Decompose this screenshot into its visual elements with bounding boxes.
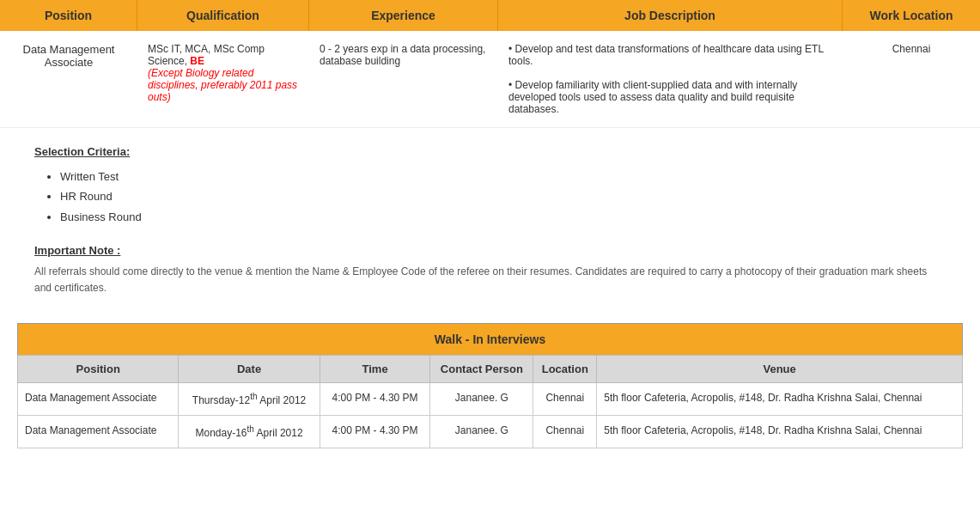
row-qualification: MSc IT, MCA, MSc Comp Science, BE (Excep… — [137, 38, 309, 108]
important-note-title: Important Note : — [34, 244, 946, 257]
qual-highlight: BE — [190, 55, 204, 67]
important-note-section: Important Note : All referrals should co… — [0, 235, 980, 305]
table-row: Data Management Associate MSc IT, MCA, M… — [0, 31, 980, 128]
walkin-section: Walk - In Interviews Position Date Time … — [0, 306, 980, 466]
row-experience: 0 - 2 years exp in a data processing, da… — [309, 38, 498, 72]
walkin-col-venue: Venue — [597, 355, 963, 382]
header-qualification: Qualification — [137, 0, 309, 31]
walkin-row-1: Data Management Associate Thursday-12th … — [18, 382, 963, 415]
walkin-row2-position: Data Management Associate — [18, 415, 179, 448]
qual-normal: MSc IT, MCA, MSc Comp Science, — [148, 43, 265, 67]
row-position: Data Management Associate — [0, 38, 137, 74]
walkin-column-row: Position Date Time Contact Person Locati… — [18, 355, 963, 382]
walkin-row1-location: Chennai — [533, 382, 597, 415]
selection-criteria-title: Selection Criteria: — [34, 145, 946, 158]
job-desc-line1: • Develop and test data transformations … — [508, 43, 824, 67]
walkin-row1-date: Thursday-12th April 2012 — [179, 382, 320, 415]
selection-criteria-list: Written Test HR Round Business Round — [60, 167, 946, 227]
walkin-row2-venue: 5th floor Cafeteria, Acropolis, #148, Dr… — [597, 415, 963, 448]
important-note-text: All referrals should come directly to th… — [34, 264, 946, 296]
walkin-row2-time: 4:00 PM - 4.30 PM — [320, 415, 430, 448]
walkin-row2-contact: Jananee. G — [430, 415, 533, 448]
selection-criteria-section: Selection Criteria: Written Test HR Roun… — [0, 128, 980, 235]
row-location: Chennai — [843, 38, 980, 60]
walkin-row2-date: Monday-16th April 2012 — [179, 415, 320, 448]
walkin-row1-position: Data Management Associate — [18, 382, 179, 415]
list-item: Written Test — [60, 167, 946, 186]
table-header: Position Qualification Experience Job De… — [0, 0, 980, 31]
row-job-description: • Develop and test data transformations … — [498, 38, 843, 120]
walkin-header-row: Walk - In Interviews — [18, 323, 963, 355]
header-experience: Experience — [309, 0, 498, 31]
job-desc-line2: • Develop familiarity with client-suppli… — [508, 79, 797, 115]
list-item: HR Round — [60, 186, 946, 206]
list-item: Business Round — [60, 207, 946, 227]
walkin-col-location: Location — [533, 355, 597, 382]
walkin-row1-contact: Jananee. G — [430, 382, 533, 415]
header-work-location: Work Location — [843, 0, 980, 31]
walkin-col-time: Time — [320, 355, 430, 382]
walkin-col-date: Date — [179, 355, 320, 382]
walkin-col-position: Position — [18, 355, 179, 382]
header-position: Position — [0, 0, 137, 31]
walkin-title: Walk - In Interviews — [18, 323, 963, 355]
walkin-row1-venue: 5th floor Cafeteria, Acropolis, #148, Dr… — [597, 382, 963, 415]
walkin-table: Walk - In Interviews Position Date Time … — [17, 323, 963, 448]
walkin-col-contact: Contact Person — [430, 355, 533, 382]
walkin-row2-location: Chennai — [533, 415, 597, 448]
walkin-row-2: Data Management Associate Monday-16th Ap… — [18, 415, 963, 448]
header-job-description: Job Description — [498, 0, 843, 31]
walkin-row1-time: 4:00 PM - 4.30 PM — [320, 382, 430, 415]
qual-exception: (Except Biology related disciplines, pre… — [148, 67, 297, 103]
